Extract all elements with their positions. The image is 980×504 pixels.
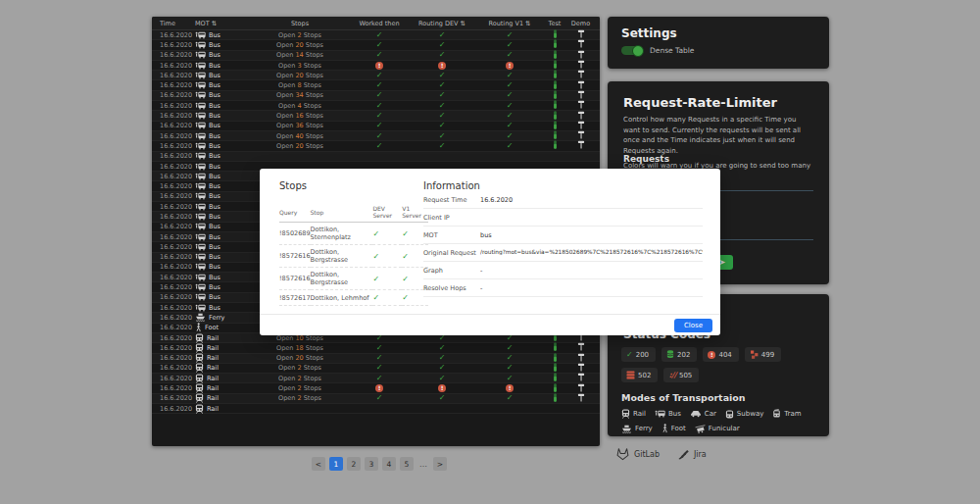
open-stops-link[interactable]: Open 36 Stops [248, 122, 352, 129]
table-row[interactable]: 16.6.2020BusOpen 34 Stops✓✓✓ [152, 91, 600, 101]
row-status-dev: ! [407, 384, 477, 392]
table-row[interactable]: 16.6.2020RailOpen 2 Stops✓✓✓ [152, 364, 600, 374]
stop-name: Dottikon, Lehmhof [311, 290, 373, 306]
page-button-4[interactable]: 4 [382, 457, 396, 471]
rail-icon [195, 333, 204, 343]
row-mot-label: Bus [209, 293, 220, 301]
open-stops-link[interactable]: Open 20 Stops [248, 72, 352, 79]
row-mot: Bus [195, 102, 248, 110]
next-page-button[interactable]: > [433, 457, 447, 471]
hammer-icon [577, 29, 585, 38]
row-mot: Rail [195, 383, 248, 393]
table-row[interactable]: 16.6.2020Bus [152, 152, 600, 162]
table-row[interactable]: 16.6.2020RailOpen 2 Stops✓✓✓ [152, 394, 600, 404]
stop-dev-status: ✓ [372, 290, 402, 306]
row-status-v1: ! [477, 62, 542, 70]
open-stops-link[interactable]: Open 18 Stops [248, 344, 352, 352]
prev-page-button[interactable]: < [312, 457, 325, 471]
info-row: Client IP [423, 209, 703, 227]
open-stops-link[interactable]: Open 2 Stops [248, 364, 352, 372]
open-stops-link[interactable]: Open 2 Stops [248, 31, 352, 39]
table-row[interactable]: 16.6.2020BusOpen 40 Stops✓✓✓ [152, 131, 600, 141]
test-button[interactable] [542, 140, 567, 151]
open-stops-link[interactable]: Open 16 Stops [248, 112, 352, 120]
stop-query: !8572616 [279, 245, 311, 268]
table-row[interactable]: 16.6.2020BusOpen 2 Stops✓✓✓ [152, 30, 600, 40]
success-check-icon: ✓ [439, 50, 446, 59]
row-time: 16.6.2020 [152, 405, 195, 413]
row-status-v1: ✓ [477, 112, 542, 120]
info-value: /routing?mot=bus&via=%218502689%7C%21857… [480, 249, 703, 255]
table-row[interactable]: 16.6.2020BusOpen 20 Stops✓✓✓ [152, 40, 600, 50]
open-stops-link[interactable]: Open 20 Stops [248, 142, 352, 150]
demo-button[interactable] [567, 393, 594, 404]
table-row[interactable]: 16.6.2020BusOpen 20 Stops✓✓✓ [152, 71, 600, 80]
open-stops-link[interactable]: Open 40 Stops [248, 132, 352, 140]
table-row[interactable]: 16.6.2020RailOpen 2 Stops!!! [152, 383, 600, 393]
requests-label: Requests [623, 154, 669, 164]
success-check-icon: ✓ [507, 353, 514, 362]
table-row[interactable]: 16.6.2020RailOpen 2 Stops✓✓✓ [152, 374, 600, 383]
table-row[interactable]: 16.6.2020BusOpen 20 Stops✓✓✓ [152, 141, 600, 151]
row-mot-label: Rail [207, 375, 219, 382]
stops-column-header: Query [279, 203, 311, 223]
open-stops-link[interactable]: Open 34 Stops [248, 91, 352, 99]
row-status-dev: ✓ [407, 132, 477, 140]
table-row[interactable]: 16.6.2020BusOpen 8 Stops✓✓✓ [152, 80, 600, 90]
info-value: 16.6.2020 [480, 196, 703, 204]
hammer-icon [577, 353, 585, 362]
bus-icon [195, 274, 206, 281]
mode-item-rail: Rail [621, 409, 646, 419]
column-header-mot[interactable]: MOT ⇅ [195, 20, 248, 27]
hammer-icon [577, 80, 585, 89]
row-status-worked: ! [352, 62, 407, 70]
test-button[interactable] [542, 393, 567, 404]
success-check-icon: ✓ [376, 363, 383, 372]
close-button[interactable]: Close [674, 319, 712, 332]
page-button-2[interactable]: 2 [347, 457, 361, 471]
hammer-icon [577, 90, 585, 99]
page-button-3[interactable]: 3 [365, 457, 378, 471]
table-row[interactable]: 16.6.2020RailOpen 20 Stops✓✓✓ [152, 354, 600, 364]
open-stops-link[interactable]: Open 2 Stops [248, 394, 352, 402]
status-code-label: 202 [677, 351, 690, 359]
table-row[interactable]: 16.6.2020BusOpen 4 Stops✓✓✓ [152, 101, 600, 111]
open-stops-link[interactable]: Open 14 Stops [248, 51, 352, 59]
page-button-1[interactable]: 1 [329, 457, 343, 471]
demo-button[interactable] [567, 140, 594, 151]
open-stops-link[interactable]: Open 20 Stops [248, 354, 352, 362]
column-header-v1[interactable]: Routing V1 ⇅ [477, 20, 542, 27]
table-row[interactable]: 16.6.2020Rail [152, 404, 600, 414]
test-tube-icon [553, 383, 558, 392]
open-stops-link[interactable]: Open 3 Stops [248, 62, 352, 70]
info-row: Graph- [423, 262, 703, 279]
rail-icon [195, 393, 204, 403]
table-row[interactable]: 16.6.2020BusOpen 14 Stops✓✓✓ [152, 51, 600, 61]
column-header-dev[interactable]: Routing DEV ⇅ [407, 20, 477, 27]
row-time: 16.6.2020 [152, 394, 195, 402]
error-icon: ! [506, 384, 514, 392]
row-status-dev: ✓ [407, 394, 477, 402]
row-mot: Rail [195, 393, 248, 403]
test-tube-icon [553, 60, 558, 69]
open-stops-link[interactable]: Open 4 Stops [248, 102, 352, 110]
table-row[interactable]: 16.6.2020RailOpen 18 Stops✓✓✓ [152, 343, 600, 353]
row-mot: Bus [195, 243, 248, 251]
success-check-icon: ✓ [507, 71, 514, 79]
table-row[interactable]: 16.6.2020BusOpen 36 Stops✓✓✓ [152, 122, 600, 131]
jira-link[interactable]: Jira [677, 449, 707, 460]
funicular-icon [695, 425, 706, 433]
mode-label: Foot [671, 425, 686, 432]
table-row[interactable]: 16.6.2020BusOpen 16 Stops✓✓✓ [152, 111, 600, 121]
open-stops-link[interactable]: Open 2 Stops [248, 384, 352, 392]
open-stops-link[interactable]: Open 2 Stops [248, 375, 352, 382]
table-row[interactable]: 16.6.2020BusOpen 3 Stops!!! [152, 61, 600, 71]
row-mot: Bus [195, 142, 248, 150]
open-stops-link[interactable]: Open 8 Stops [248, 81, 352, 89]
page-button-5[interactable]: 5 [400, 457, 414, 471]
row-time: 16.6.2020 [152, 334, 195, 342]
row-mot: Bus [195, 274, 248, 281]
gitlab-link[interactable]: GitLab [615, 447, 660, 461]
open-stops-link[interactable]: Open 20 Stops [248, 41, 352, 49]
dense-table-toggle[interactable] [621, 46, 643, 55]
